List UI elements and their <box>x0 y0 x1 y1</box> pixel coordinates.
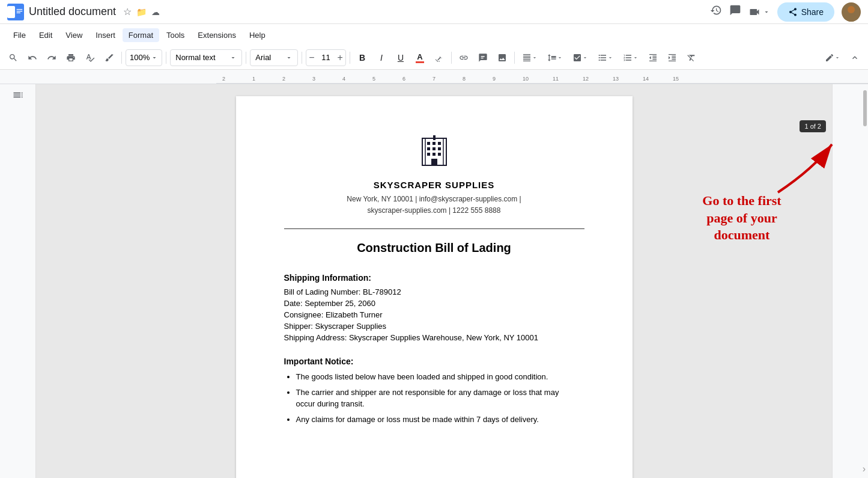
image-button[interactable] <box>494 49 511 66</box>
menu-tools[interactable]: Tools <box>160 28 190 42</box>
svg-text:14: 14 <box>643 76 649 82</box>
svg-rect-34 <box>433 135 436 140</box>
separator-5 <box>350 52 350 64</box>
scrollbar-thumb[interactable] <box>863 90 867 126</box>
svg-rect-29 <box>438 147 441 150</box>
numbered-list-button[interactable] <box>619 49 642 66</box>
svg-text:11: 11 <box>553 76 559 82</box>
share-label: Share <box>801 7 824 17</box>
menu-format[interactable]: Format <box>123 28 159 42</box>
line-spacing-button[interactable] <box>544 49 566 66</box>
text-color-button[interactable]: A <box>411 49 428 66</box>
bold-button[interactable]: B <box>354 49 371 66</box>
font-size-control[interactable]: − 11 + <box>306 49 346 66</box>
indent-more-button[interactable] <box>664 49 681 66</box>
shipper-line: Shipper: Skyscraper Supplies <box>284 322 584 331</box>
title-bar: Untitled document ☆ 📁 ☁ Share <box>0 0 868 24</box>
font-size-input[interactable]: 11 <box>317 53 335 62</box>
shipping-section: Shipping Information: Bill of Lading Num… <box>284 273 584 342</box>
company-address: New York, NY 10001 | info@skyscraper-sup… <box>284 194 584 205</box>
star-icon[interactable]: ☆ <box>123 6 132 17</box>
document-title[interactable]: Untitled document <box>29 5 116 18</box>
separator-2 <box>166 52 166 64</box>
ruler: 2 1 2 3 4 5 6 7 8 9 10 11 12 13 14 15 <box>0 70 868 84</box>
right-panel: › <box>832 84 868 478</box>
font-value: Arial <box>255 53 271 62</box>
zoom-value: 100% <box>130 53 150 62</box>
share-button[interactable]: Share <box>777 2 834 22</box>
docs-logo <box>7 4 24 20</box>
notice-label: Important Notice: <box>284 357 584 366</box>
bullet-item-4: Any claims for damage or loss must be ma… <box>296 414 584 426</box>
highlight-button[interactable] <box>431 49 448 66</box>
svg-text:12: 12 <box>583 76 589 82</box>
svg-text:7: 7 <box>432 76 436 82</box>
outline-icon[interactable] <box>12 89 24 104</box>
italic-button[interactable]: I <box>373 49 390 66</box>
menu-edit[interactable]: Edit <box>33 28 58 42</box>
style-value: Normal text <box>175 53 215 62</box>
scroll-expand-icon[interactable]: › <box>863 464 866 474</box>
building-icon <box>284 132 584 175</box>
svg-rect-28 <box>432 147 436 150</box>
font-size-decrease[interactable]: − <box>306 52 317 63</box>
history-icon[interactable] <box>710 4 722 19</box>
main-area: SKYSCRAPER SUPPLIES New York, NY 10001 |… <box>0 84 868 478</box>
folder-icon[interactable]: 📁 <box>136 7 147 17</box>
menu-file[interactable]: File <box>7 28 32 42</box>
document-area[interactable]: SKYSCRAPER SUPPLIES New York, NY 10001 |… <box>36 84 832 478</box>
page-indicator: 1 of 2 <box>800 120 826 132</box>
checklist-button[interactable] <box>569 49 592 66</box>
comment-icon[interactable] <box>729 4 741 19</box>
meet-icon[interactable] <box>748 6 770 18</box>
separator-4 <box>302 52 302 64</box>
separator-1 <box>121 52 122 64</box>
separator-7 <box>514 52 515 64</box>
svg-rect-32 <box>438 153 441 156</box>
left-sidebar <box>0 84 36 478</box>
svg-rect-0 <box>15 6 24 17</box>
header-divider <box>284 228 584 229</box>
link-button[interactable] <box>455 49 472 66</box>
avatar <box>842 2 861 22</box>
spellcheck-button[interactable] <box>82 49 99 66</box>
svg-text:5: 5 <box>372 76 375 82</box>
bullet-item-2: The carrier and shipper are not responsi… <box>296 387 584 410</box>
format-paint-button[interactable] <box>101 49 118 66</box>
separator-6 <box>451 52 452 64</box>
align-button[interactable] <box>518 49 541 66</box>
menu-view[interactable]: View <box>59 28 88 42</box>
editing-tools <box>821 49 863 66</box>
style-selector[interactable]: Normal text <box>170 49 242 66</box>
svg-rect-24 <box>427 142 430 145</box>
clear-formatting-button[interactable] <box>683 49 700 66</box>
edit-pencil-button[interactable] <box>821 49 844 66</box>
company-header: SKYSCRAPER SUPPLIES New York, NY 10001 |… <box>284 132 584 216</box>
underline-button[interactable]: U <box>392 49 409 66</box>
font-selector[interactable]: Arial <box>250 49 298 66</box>
undo-button[interactable] <box>24 49 41 66</box>
indent-less-button[interactable] <box>645 49 661 66</box>
text-color-bar <box>416 61 424 63</box>
consignee-line: Consignee: Elizabeth Turner <box>284 310 584 319</box>
redo-button[interactable] <box>43 49 60 66</box>
ruler-inner: 2 1 2 3 4 5 6 7 8 9 10 11 12 13 14 15 <box>216 70 868 84</box>
comment-insert-button[interactable] <box>475 49 491 66</box>
text-color-icon: A <box>417 52 422 61</box>
date-line: Date: September 25, 2060 <box>284 299 584 308</box>
menu-extensions[interactable]: Extensions <box>192 28 242 42</box>
shipping-label: Shipping Information: <box>284 273 584 283</box>
bullets-button[interactable] <box>594 49 617 66</box>
collapse-button[interactable] <box>846 49 863 66</box>
print-button[interactable] <box>62 49 79 66</box>
separator-3 <box>246 52 246 64</box>
cloud-icon[interactable]: ☁ <box>151 7 160 17</box>
font-size-increase[interactable]: + <box>335 52 345 63</box>
title-right: Share <box>710 2 861 22</box>
menu-help[interactable]: Help <box>243 28 272 42</box>
zoom-control[interactable]: 100% <box>126 49 162 66</box>
menu-insert[interactable]: Insert <box>90 28 121 42</box>
svg-text:13: 13 <box>613 76 619 82</box>
bullet-item-1: The goods listed below have been loaded … <box>296 371 584 383</box>
search-button[interactable] <box>5 49 22 66</box>
